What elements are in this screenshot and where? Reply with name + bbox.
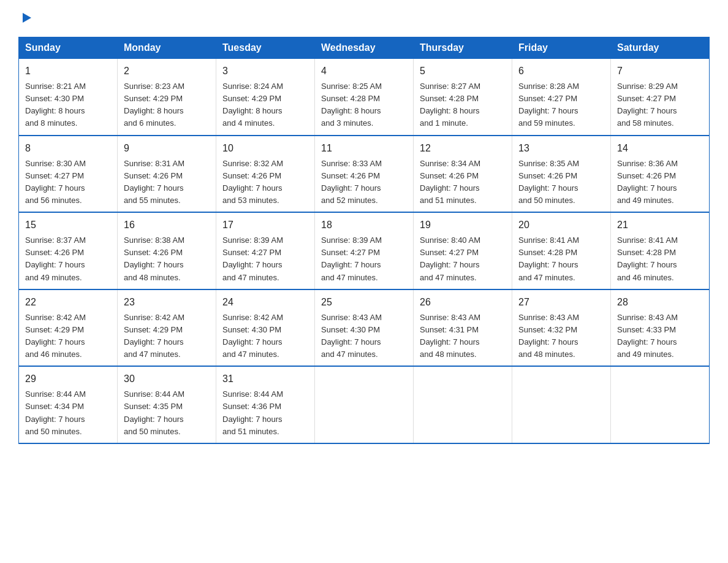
- calendar-day-cell: 29 Sunrise: 8:44 AMSunset: 4:34 PMDaylig…: [19, 366, 118, 443]
- day-of-week-header: Monday: [118, 37, 216, 59]
- calendar-week-row: 22 Sunrise: 8:42 AMSunset: 4:29 PMDaylig…: [19, 289, 710, 367]
- day-number: 29: [25, 372, 111, 386]
- calendar-day-cell: 13 Sunrise: 8:35 AMSunset: 4:26 PMDaylig…: [512, 136, 611, 213]
- calendar-day-cell: 25 Sunrise: 8:43 AMSunset: 4:30 PMDaylig…: [315, 289, 414, 367]
- calendar-week-row: 15 Sunrise: 8:37 AMSunset: 4:26 PMDaylig…: [19, 212, 710, 289]
- calendar-day-cell: 14 Sunrise: 8:36 AMSunset: 4:26 PMDaylig…: [611, 136, 710, 213]
- page-header: [18, 12, 710, 26]
- logo: [18, 12, 33, 26]
- calendar-week-row: 8 Sunrise: 8:30 AMSunset: 4:27 PMDayligh…: [19, 136, 710, 213]
- day-number: 4: [321, 64, 407, 79]
- day-info: Sunrise: 8:43 AMSunset: 4:30 PMDaylight:…: [321, 312, 407, 361]
- day-info: Sunrise: 8:43 AMSunset: 4:33 PMDaylight:…: [617, 312, 703, 361]
- calendar-week-row: 1 Sunrise: 8:21 AMSunset: 4:30 PMDayligh…: [19, 59, 710, 136]
- day-info: Sunrise: 8:36 AMSunset: 4:26 PMDaylight:…: [617, 158, 703, 207]
- calendar-day-cell: [611, 366, 710, 443]
- calendar-day-cell: [315, 366, 414, 443]
- day-of-week-header: Wednesday: [315, 37, 414, 59]
- day-number: 7: [617, 64, 703, 79]
- calendar-day-cell: 20 Sunrise: 8:41 AMSunset: 4:28 PMDaylig…: [512, 212, 611, 289]
- day-info: Sunrise: 8:27 AMSunset: 4:28 PMDaylight:…: [420, 80, 506, 130]
- day-info: Sunrise: 8:39 AMSunset: 4:27 PMDaylight:…: [321, 234, 407, 284]
- day-number: 26: [420, 295, 506, 310]
- day-info: Sunrise: 8:41 AMSunset: 4:28 PMDaylight:…: [617, 234, 703, 284]
- day-info: Sunrise: 8:21 AMSunset: 4:30 PMDaylight:…: [25, 80, 111, 130]
- calendar-day-cell: [512, 366, 611, 443]
- day-info: Sunrise: 8:37 AMSunset: 4:26 PMDaylight:…: [25, 234, 111, 284]
- day-number: 9: [124, 141, 210, 156]
- day-of-week-header: Tuesday: [216, 37, 315, 59]
- day-info: Sunrise: 8:29 AMSunset: 4:27 PMDaylight:…: [617, 80, 703, 130]
- day-info: Sunrise: 8:23 AMSunset: 4:29 PMDaylight:…: [124, 80, 210, 130]
- day-number: 5: [420, 64, 506, 79]
- day-number: 27: [518, 295, 604, 310]
- calendar-day-cell: 4 Sunrise: 8:25 AMSunset: 4:28 PMDayligh…: [315, 59, 414, 136]
- day-info: Sunrise: 8:41 AMSunset: 4:28 PMDaylight:…: [518, 234, 604, 284]
- day-number: 6: [518, 64, 604, 79]
- calendar-day-cell: 31 Sunrise: 8:44 AMSunset: 4:36 PMDaylig…: [216, 366, 315, 443]
- day-info: Sunrise: 8:40 AMSunset: 4:27 PMDaylight:…: [420, 234, 506, 284]
- day-info: Sunrise: 8:42 AMSunset: 4:29 PMDaylight:…: [25, 312, 111, 361]
- calendar-day-cell: 9 Sunrise: 8:31 AMSunset: 4:26 PMDayligh…: [118, 136, 216, 213]
- calendar-day-cell: 5 Sunrise: 8:27 AMSunset: 4:28 PMDayligh…: [414, 59, 512, 136]
- day-number: 1: [25, 64, 111, 79]
- calendar-table: SundayMondayTuesdayWednesdayThursdayFrid…: [18, 37, 710, 444]
- calendar-day-cell: 12 Sunrise: 8:34 AMSunset: 4:26 PMDaylig…: [414, 136, 512, 213]
- day-number: 12: [420, 141, 506, 156]
- day-number: 21: [617, 218, 703, 232]
- calendar-day-cell: 24 Sunrise: 8:42 AMSunset: 4:30 PMDaylig…: [216, 289, 315, 367]
- calendar-day-cell: [414, 366, 512, 443]
- day-number: 3: [222, 64, 308, 79]
- day-info: Sunrise: 8:31 AMSunset: 4:26 PMDaylight:…: [124, 158, 210, 207]
- day-info: Sunrise: 8:43 AMSunset: 4:31 PMDaylight:…: [420, 312, 506, 361]
- day-number: 15: [25, 218, 111, 232]
- calendar-day-cell: 17 Sunrise: 8:39 AMSunset: 4:27 PMDaylig…: [216, 212, 315, 289]
- day-number: 30: [124, 372, 210, 386]
- logo-arrow-icon: [20, 11, 33, 27]
- day-info: Sunrise: 8:35 AMSunset: 4:26 PMDaylight:…: [518, 158, 604, 207]
- day-info: Sunrise: 8:39 AMSunset: 4:27 PMDaylight:…: [222, 234, 308, 284]
- calendar-day-cell: 3 Sunrise: 8:24 AMSunset: 4:29 PMDayligh…: [216, 59, 315, 136]
- day-info: Sunrise: 8:25 AMSunset: 4:28 PMDaylight:…: [321, 80, 407, 130]
- day-info: Sunrise: 8:43 AMSunset: 4:32 PMDaylight:…: [518, 312, 604, 361]
- svg-marker-0: [23, 13, 31, 23]
- calendar-day-cell: 10 Sunrise: 8:32 AMSunset: 4:26 PMDaylig…: [216, 136, 315, 213]
- day-info: Sunrise: 8:24 AMSunset: 4:29 PMDaylight:…: [222, 80, 308, 130]
- calendar-header-row: SundayMondayTuesdayWednesdayThursdayFrid…: [19, 37, 710, 59]
- day-number: 14: [617, 141, 703, 156]
- day-of-week-header: Saturday: [611, 37, 710, 59]
- day-info: Sunrise: 8:38 AMSunset: 4:26 PMDaylight:…: [124, 234, 210, 284]
- calendar-day-cell: 30 Sunrise: 8:44 AMSunset: 4:35 PMDaylig…: [118, 366, 216, 443]
- calendar-day-cell: 8 Sunrise: 8:30 AMSunset: 4:27 PMDayligh…: [19, 136, 118, 213]
- day-number: 23: [124, 295, 210, 310]
- calendar-day-cell: 19 Sunrise: 8:40 AMSunset: 4:27 PMDaylig…: [414, 212, 512, 289]
- day-info: Sunrise: 8:32 AMSunset: 4:26 PMDaylight:…: [222, 158, 308, 207]
- day-info: Sunrise: 8:44 AMSunset: 4:36 PMDaylight:…: [222, 388, 308, 438]
- day-number: 22: [25, 295, 111, 310]
- day-of-week-header: Friday: [512, 37, 611, 59]
- day-number: 17: [222, 218, 308, 232]
- day-info: Sunrise: 8:28 AMSunset: 4:27 PMDaylight:…: [518, 80, 604, 130]
- day-number: 2: [124, 64, 210, 79]
- day-info: Sunrise: 8:44 AMSunset: 4:34 PMDaylight:…: [25, 388, 111, 438]
- day-info: Sunrise: 8:44 AMSunset: 4:35 PMDaylight:…: [124, 388, 210, 438]
- day-number: 19: [420, 218, 506, 232]
- day-number: 10: [222, 141, 308, 156]
- day-number: 20: [518, 218, 604, 232]
- calendar-day-cell: 15 Sunrise: 8:37 AMSunset: 4:26 PMDaylig…: [19, 212, 118, 289]
- day-info: Sunrise: 8:33 AMSunset: 4:26 PMDaylight:…: [321, 158, 407, 207]
- day-number: 18: [321, 218, 407, 232]
- day-of-week-header: Thursday: [414, 37, 512, 59]
- calendar-day-cell: 21 Sunrise: 8:41 AMSunset: 4:28 PMDaylig…: [611, 212, 710, 289]
- day-number: 13: [518, 141, 604, 156]
- day-number: 31: [222, 372, 308, 386]
- calendar-day-cell: 1 Sunrise: 8:21 AMSunset: 4:30 PMDayligh…: [19, 59, 118, 136]
- day-number: 25: [321, 295, 407, 310]
- day-info: Sunrise: 8:34 AMSunset: 4:26 PMDaylight:…: [420, 158, 506, 207]
- day-info: Sunrise: 8:30 AMSunset: 4:27 PMDaylight:…: [25, 158, 111, 207]
- calendar-day-cell: 23 Sunrise: 8:42 AMSunset: 4:29 PMDaylig…: [118, 289, 216, 367]
- calendar-day-cell: 18 Sunrise: 8:39 AMSunset: 4:27 PMDaylig…: [315, 212, 414, 289]
- day-of-week-header: Sunday: [19, 37, 118, 59]
- calendar-day-cell: 22 Sunrise: 8:42 AMSunset: 4:29 PMDaylig…: [19, 289, 118, 367]
- calendar-day-cell: 16 Sunrise: 8:38 AMSunset: 4:26 PMDaylig…: [118, 212, 216, 289]
